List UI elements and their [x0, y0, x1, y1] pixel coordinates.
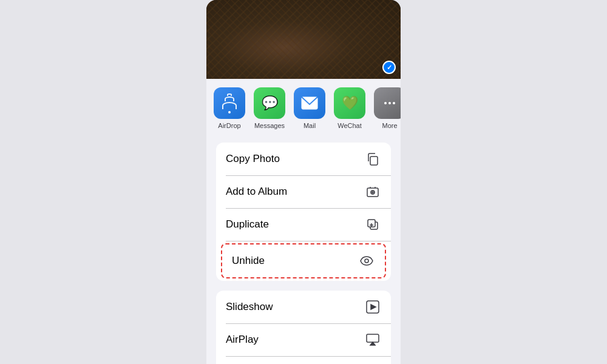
wechat-label: WeChat — [337, 122, 362, 129]
bottom-menu-section: Slideshow AirPlay Use as Wallpaper — [216, 291, 391, 364]
airplay-label: AirPlay — [226, 334, 259, 346]
copy-photo-item[interactable]: Copy Photo — [216, 143, 391, 175]
more-share-item[interactable]: More — [374, 87, 401, 129]
more-label: More — [382, 122, 397, 129]
share-row: AirDrop 💬 Messages Mail 💚 WeChat — [206, 79, 401, 138]
selection-badge — [382, 61, 396, 74]
airdrop-label: AirDrop — [218, 122, 240, 129]
slideshow-item[interactable]: Slideshow — [216, 291, 391, 323]
airplay-icon — [364, 331, 381, 348]
unhide-icon — [358, 252, 375, 269]
airdrop-wifi-symbol — [222, 93, 237, 113]
airplay-item[interactable]: AirPlay — [216, 323, 391, 356]
duplicate-item[interactable]: Duplicate — [216, 208, 391, 241]
airdrop-share-item[interactable]: AirDrop — [214, 87, 245, 129]
messages-share-item[interactable]: 💬 Messages — [254, 87, 285, 129]
slideshow-label: Slideshow — [226, 301, 273, 313]
slideshow-icon — [364, 298, 381, 315]
airdrop-icon — [214, 87, 245, 119]
svg-rect-16 — [367, 334, 379, 342]
wechat-icon: 💚 — [334, 87, 365, 119]
unhide-item[interactable]: Unhide — [221, 243, 386, 278]
svg-point-2 — [388, 102, 391, 104]
wechat-share-item[interactable]: 💚 WeChat — [334, 87, 365, 129]
wallpaper-item[interactable]: Use as Wallpaper — [216, 356, 391, 364]
messages-label: Messages — [254, 122, 285, 129]
copy-photo-label: Copy Photo — [226, 153, 280, 165]
food-texture — [206, 0, 401, 79]
duplicate-icon — [364, 216, 381, 233]
photo-preview — [206, 0, 401, 79]
add-to-album-label: Add to Album — [226, 186, 287, 198]
messages-icon: 💬 — [254, 87, 285, 119]
mail-share-item[interactable]: Mail — [294, 87, 325, 129]
mail-label: Mail — [304, 122, 316, 129]
duplicate-label: Duplicate — [226, 218, 269, 231]
svg-point-3 — [393, 102, 395, 104]
unhide-label: Unhide — [232, 255, 265, 267]
copy-photo-icon — [364, 150, 381, 167]
svg-point-13 — [365, 259, 368, 263]
more-icon — [374, 87, 401, 119]
mail-icon — [294, 87, 325, 119]
add-to-album-item[interactable]: Add to Album — [216, 175, 391, 208]
svg-marker-15 — [371, 305, 376, 309]
add-to-album-icon — [364, 183, 381, 200]
photo-background — [206, 0, 401, 79]
svg-rect-4 — [370, 157, 378, 165]
svg-point-1 — [384, 102, 387, 104]
top-menu-section: Copy Photo Add to Album D — [216, 143, 391, 281]
share-sheet: AirDrop 💬 Messages Mail 💚 WeChat — [206, 0, 401, 364]
